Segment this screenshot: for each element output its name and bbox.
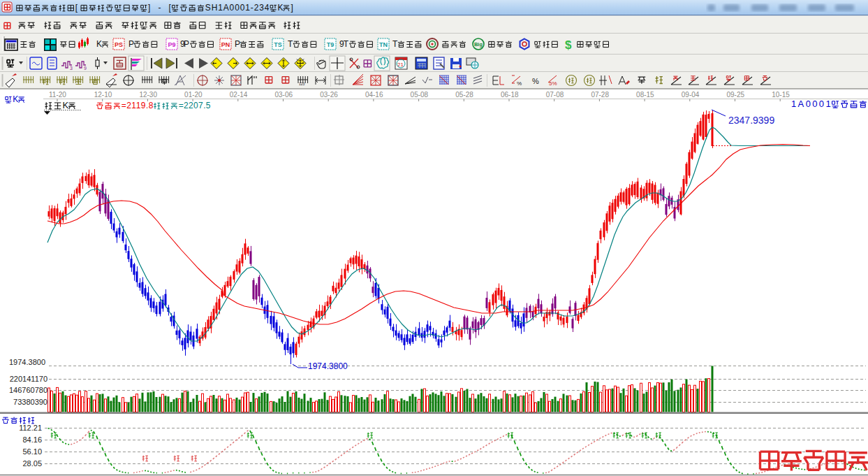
svg-text:05-28: 05-28 [455,91,473,99]
svg-text:03-26: 03-26 [320,91,338,99]
svg-text:05-08: 05-08 [411,91,429,99]
svg-text:5%: 5% [549,80,557,87]
svg-text:220141170: 220141170 [10,375,47,383]
svg-text:01-20: 01-20 [184,91,203,99]
svg-text:K: K [96,39,102,49]
svg-text:]: ] [290,3,293,13]
svg-text:03-06: 03-06 [275,91,293,99]
svg-text:04-16: 04-16 [365,91,383,99]
svg-text:PS: PS [115,41,123,48]
svg-text:SH1A0001-234: SH1A0001-234 [205,3,270,13]
svg-text:12-10: 12-10 [94,91,112,99]
svg-text:09-04: 09-04 [682,91,700,99]
svg-text:Big: Big [474,41,483,48]
svg-text:=2119.8: =2119.8 [122,101,154,110]
svg-text:TS: TS [274,41,282,48]
svg-text:9: 9 [84,66,87,71]
svg-text:10-15: 10-15 [772,91,790,99]
svg-text:56.10: 56.10 [22,447,42,456]
svg-text:=2207.5: =2207.5 [179,101,211,110]
svg-text:TN: TN [379,41,388,48]
svg-text:112.21: 112.21 [19,424,42,432]
svg-text:08-15: 08-15 [636,91,654,99]
svg-text:07-08: 07-08 [546,91,564,99]
svg-text:T: T [288,39,293,49]
svg-text:T9: T9 [327,41,334,48]
svg-text:%: % [532,77,539,85]
svg-text:73380390: 73380390 [13,398,47,406]
svg-text:11-20: 11-20 [49,91,66,99]
svg-text:%: % [517,80,522,87]
svg-text:3: 3 [70,66,73,71]
svg-text:P: P [128,39,134,49]
svg-text:$: $ [565,38,572,52]
svg-text:P: P [235,39,240,49]
svg-text:146760780: 146760780 [9,386,47,394]
svg-text:84.16: 84.16 [22,435,42,444]
svg-text:P9: P9 [168,41,175,48]
svg-text:1974.3800: 1974.3800 [308,361,348,371]
svg-text:T: T [392,39,398,49]
svg-text:12-30: 12-30 [139,91,157,99]
svg-text:28.05: 28.05 [22,459,42,468]
svg-text:K: K [63,100,69,110]
svg-text:1974.3800: 1974.3800 [9,358,45,366]
svg-text:9P: 9P [180,39,189,49]
svg-text:2347.9399: 2347.9399 [728,115,774,126]
svg-text:06-18: 06-18 [501,91,519,99]
svg-text:02-14: 02-14 [230,91,248,99]
svg-text:9T: 9T [339,39,349,49]
svg-text:07-28: 07-28 [591,91,609,99]
svg-text:K: K [278,3,284,13]
svg-text:09-25: 09-25 [727,91,745,99]
svg-text:PN: PN [221,41,230,48]
svg-text:K: K [13,94,18,104]
svg-text:123: 123 [299,82,305,86]
